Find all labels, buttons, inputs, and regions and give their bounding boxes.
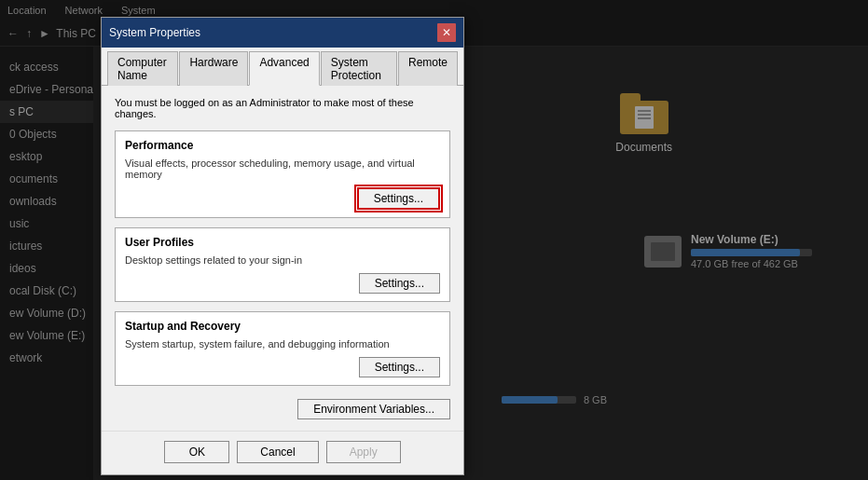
- startup-recovery-btn-row: Settings...: [125, 357, 440, 377]
- dialog-buttons: OK Cancel Apply: [102, 431, 463, 474]
- performance-btn-row: Settings...: [125, 187, 440, 210]
- dialog-titlebar: System Properties ✕: [102, 18, 463, 48]
- performance-settings-button[interactable]: Settings...: [357, 187, 440, 210]
- dialog-tabs: Computer Name Hardware Advanced System P…: [102, 48, 463, 86]
- cancel-button[interactable]: Cancel: [237, 441, 318, 463]
- performance-section: Performance Visual effects, processor sc…: [115, 130, 450, 218]
- user-profiles-title: User Profiles: [125, 236, 440, 249]
- ok-button[interactable]: OK: [164, 441, 229, 463]
- dialog-content: You must be logged on as an Administrato…: [102, 86, 463, 431]
- dialog-title: System Properties: [109, 26, 200, 39]
- tab-advanced[interactable]: Advanced: [249, 51, 319, 86]
- startup-recovery-title: Startup and Recovery: [125, 320, 440, 333]
- performance-desc: Visual effects, processor scheduling, me…: [125, 158, 440, 180]
- user-profiles-settings-button[interactable]: Settings...: [359, 273, 440, 294]
- startup-recovery-desc: System startup, system failure, and debu…: [125, 338, 440, 350]
- tab-computer-name[interactable]: Computer Name: [107, 51, 178, 86]
- startup-recovery-settings-button[interactable]: Settings...: [359, 357, 440, 377]
- apply-button[interactable]: Apply: [326, 441, 401, 463]
- tab-system-protection[interactable]: System Protection: [321, 51, 397, 86]
- env-vars-row: Environment Variables...: [115, 395, 450, 419]
- tab-remote[interactable]: Remote: [398, 51, 458, 86]
- user-profiles-desc: Desktop settings related to your sign-in: [125, 254, 440, 266]
- startup-recovery-section: Startup and Recovery System startup, sys…: [115, 311, 450, 386]
- dialog-close-button[interactable]: ✕: [437, 23, 456, 42]
- environment-variables-button[interactable]: Environment Variables...: [297, 399, 450, 419]
- performance-title: Performance: [125, 139, 440, 152]
- tab-hardware[interactable]: Hardware: [179, 51, 248, 86]
- admin-note: You must be logged on as an Administrato…: [115, 97, 450, 119]
- system-properties-dialog: System Properties ✕ Computer Name Hardwa…: [101, 17, 464, 475]
- user-profiles-section: User Profiles Desktop settings related t…: [115, 227, 450, 302]
- user-profiles-btn-row: Settings...: [125, 273, 440, 294]
